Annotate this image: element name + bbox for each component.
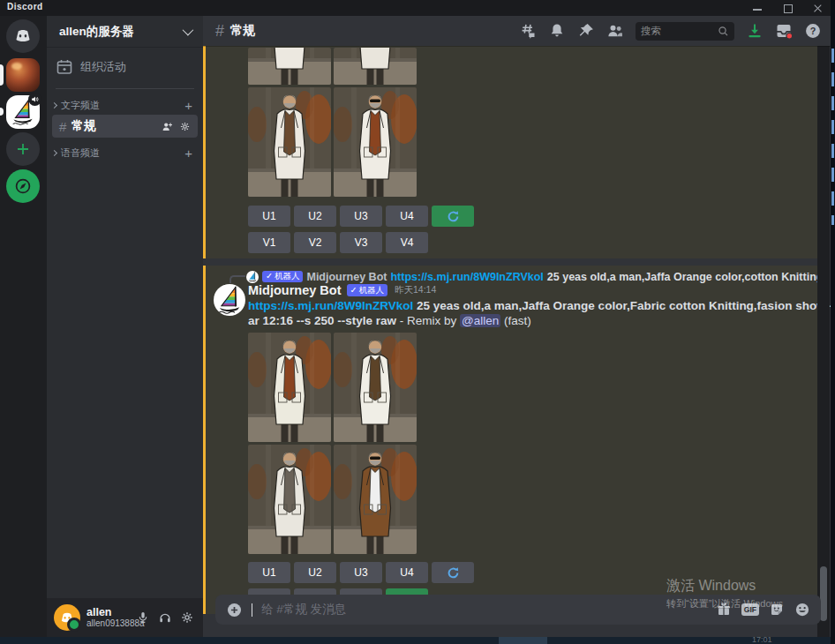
channel-item-general[interactable]: # 常规 bbox=[52, 115, 198, 138]
user-avatar[interactable] bbox=[54, 604, 80, 631]
generated-image[interactable] bbox=[248, 48, 331, 85]
taskbar-clock: 17:01 bbox=[752, 635, 772, 644]
channel-settings-gear-icon[interactable] bbox=[179, 121, 191, 132]
image-grid bbox=[248, 48, 417, 197]
message-timestamp: 昨天14:14 bbox=[395, 284, 436, 296]
main-column: # 常规 bbox=[203, 16, 831, 637]
pinned-messages-icon[interactable] bbox=[577, 22, 595, 40]
discord-home-button[interactable] bbox=[6, 19, 40, 53]
generated-image[interactable] bbox=[248, 87, 331, 197]
midjourney-button-v4[interactable]: V4 bbox=[386, 232, 428, 253]
server-header[interactable]: allen的服务器 bbox=[47, 16, 203, 48]
message-link[interactable]: https://s.mj.run/8W9InZRVkol bbox=[248, 299, 413, 312]
channel-sidebar: allen的服务器 组织活动 文字频道 + # 常规 bbox=[47, 16, 203, 637]
invite-people-icon[interactable] bbox=[162, 121, 173, 132]
server-icon-photo[interactable] bbox=[6, 58, 40, 92]
minimize-button[interactable] bbox=[752, 3, 763, 13]
generated-image[interactable] bbox=[334, 87, 417, 197]
notifications-bell-icon[interactable] bbox=[548, 22, 566, 40]
midjourney-button-v3[interactable]: V3 bbox=[340, 232, 382, 253]
midjourney-button-v1[interactable]: V1 bbox=[248, 232, 290, 253]
chat-scrollbar[interactable] bbox=[817, 46, 830, 637]
reply-context[interactable]: ✓机器人 Midjourney Bot https://s.mj.run/8W9… bbox=[246, 270, 818, 283]
microphone-icon[interactable] bbox=[136, 610, 150, 625]
message-body: https://s.mj.run/8W9InZRVkol 25 yeas old… bbox=[248, 299, 835, 328]
action-row: U1U2U3U4 bbox=[248, 206, 474, 227]
channel-title: 常规 bbox=[230, 23, 519, 39]
channel-header: # 常规 bbox=[203, 16, 831, 46]
image-grid bbox=[248, 333, 417, 554]
midjourney-button-u1[interactable]: U1 bbox=[248, 562, 290, 583]
scrollbar-thumb[interactable] bbox=[820, 566, 827, 621]
message-action-buttons: U1U2U3U4V1V2V3V4 bbox=[248, 206, 474, 253]
generated-image[interactable] bbox=[334, 48, 417, 85]
gift-icon[interactable] bbox=[716, 602, 732, 618]
sticker-icon[interactable] bbox=[769, 602, 785, 618]
generated-image[interactable] bbox=[334, 333, 417, 442]
add-channel-icon[interactable]: + bbox=[184, 98, 199, 113]
member-list-icon[interactable] bbox=[606, 22, 624, 40]
message-author[interactable]: Midjourney Bot bbox=[248, 283, 342, 297]
download-app-icon[interactable] bbox=[746, 22, 764, 40]
generated-image[interactable] bbox=[248, 445, 331, 554]
headphones-icon[interactable] bbox=[158, 610, 172, 625]
taskbar-sliver: 17:01 bbox=[0, 637, 835, 644]
server-name: allen的服务器 bbox=[59, 24, 183, 40]
voice-activity-badge bbox=[28, 93, 41, 106]
events-item[interactable]: 组织活动 bbox=[56, 56, 194, 78]
midjourney-button-u4[interactable]: U4 bbox=[386, 562, 428, 583]
emoji-icon[interactable] bbox=[794, 602, 810, 618]
search-input[interactable]: 搜索 bbox=[636, 22, 734, 41]
server-unread-pill bbox=[0, 108, 4, 116]
close-button[interactable] bbox=[812, 3, 823, 13]
reply-preview-text: 25 yeas old,a man,Jaffa Orange color,cot… bbox=[547, 271, 818, 283]
server-selected-pill bbox=[0, 64, 4, 86]
inbox-icon[interactable] bbox=[775, 22, 793, 40]
help-icon[interactable]: ? bbox=[804, 22, 822, 40]
user-settings-gear-icon[interactable] bbox=[180, 610, 194, 625]
titlebar: Discord bbox=[0, 0, 835, 16]
discord-window: Discord bbox=[0, 0, 835, 644]
chevron-down-icon bbox=[183, 25, 194, 36]
reply-link[interactable]: https://s.mj.run/8W9InZRVkol bbox=[390, 271, 543, 283]
message-midjourney-grid-1: U1U2U3U4V1V2V3V4 bbox=[203, 46, 817, 258]
search-icon bbox=[718, 26, 729, 37]
bot-avatar[interactable] bbox=[214, 284, 245, 316]
generated-image[interactable] bbox=[334, 445, 417, 554]
reply-avatar bbox=[246, 271, 259, 283]
threads-icon[interactable] bbox=[519, 22, 537, 40]
message-midjourney-2: ✓机器人 Midjourney Bot https://s.mj.run/8W9… bbox=[203, 266, 817, 614]
message-composer[interactable]: 给 #常规 发消息 GIF bbox=[215, 595, 821, 625]
category-text-channels[interactable]: 文字频道 + bbox=[50, 97, 199, 113]
chevron-right-icon bbox=[51, 101, 57, 108]
maximize-button[interactable] bbox=[782, 3, 793, 13]
taskbar-app-segment bbox=[499, 637, 547, 644]
reply-connector bbox=[229, 275, 245, 283]
reroll-refresh-button[interactable] bbox=[432, 206, 474, 227]
midjourney-button-u4[interactable]: U4 bbox=[386, 206, 428, 227]
explore-servers-button[interactable] bbox=[6, 169, 40, 203]
midjourney-button-v2[interactable]: V2 bbox=[294, 232, 336, 253]
midjourney-button-u3[interactable]: U3 bbox=[340, 206, 382, 227]
reply-author: Midjourney Bot bbox=[306, 271, 387, 283]
generated-image[interactable] bbox=[248, 333, 331, 442]
attach-plus-icon[interactable] bbox=[226, 602, 243, 618]
midjourney-button-u1[interactable]: U1 bbox=[248, 206, 290, 227]
desktop-edge-strip bbox=[831, 0, 835, 644]
channel-hash-icon: # bbox=[215, 22, 224, 41]
midjourney-button-u2[interactable]: U2 bbox=[294, 562, 336, 583]
midjourney-button-u2[interactable]: U2 bbox=[294, 206, 336, 227]
add-channel-icon[interactable]: + bbox=[184, 146, 199, 161]
reroll-refresh-button[interactable] bbox=[432, 562, 474, 583]
username: allen bbox=[87, 606, 130, 618]
app-title: Discord bbox=[7, 2, 43, 11]
category-voice-channels[interactable]: 语音频道 + bbox=[50, 145, 199, 161]
user-mention[interactable]: @allen bbox=[460, 314, 500, 327]
user-tag: allen0913888a bbox=[87, 618, 130, 629]
action-row: U1U2U3U4 bbox=[248, 562, 474, 583]
gif-picker-icon[interactable]: GIF bbox=[741, 603, 759, 616]
action-row: V1V2V3V4 bbox=[248, 232, 474, 253]
compass-icon bbox=[14, 177, 32, 195]
add-server-button[interactable] bbox=[6, 132, 40, 166]
midjourney-button-u3[interactable]: U3 bbox=[340, 562, 382, 583]
